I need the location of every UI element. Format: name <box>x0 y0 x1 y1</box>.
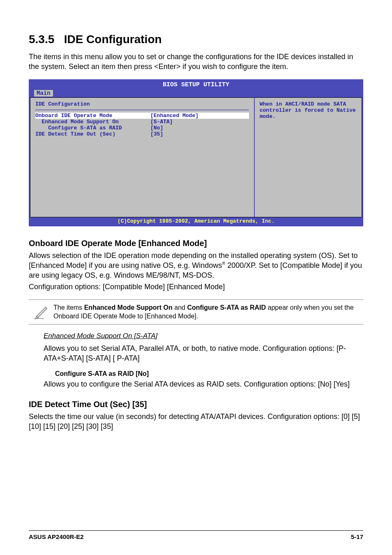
page-footer: ASUS AP2400R-E2 5-17 <box>29 530 363 540</box>
section-title: 5.3.5 IDE Configuration <box>29 33 363 46</box>
bios-help-panel: When in AHCI/RAID mode SATA controller i… <box>255 98 362 217</box>
note-box: The items Enhanced Mode Support On and C… <box>29 299 363 325</box>
bios-config-panel: IDE Configuration Onboard IDE Operate Mo… <box>30 98 255 217</box>
footer-product: ASUS AP2400R-E2 <box>29 533 84 540</box>
configure-body: Allows you to configure the Serial ATA d… <box>44 379 363 389</box>
onboard-options: Configuration options: [Compatible Mode]… <box>29 282 363 292</box>
bios-option-label: Configure S-ATA as RAID <box>35 125 150 131</box>
note-b2: Configure S-ATA as RAID <box>187 304 266 311</box>
bios-option-label: Enhanced Mode Support On <box>35 119 150 125</box>
bios-title-bar: BIOS SETUP UTILITY <box>30 81 362 89</box>
bios-option-row: IDE Detect Time Out (Sec)[35] <box>35 131 249 137</box>
ide-detect-heading: IDE Detect Time Out (Sec) [35] <box>29 400 363 409</box>
bios-option-label: IDE Detect Time Out (Sec) <box>35 131 150 137</box>
section-intro: The items in this menu allow you to set … <box>29 52 363 72</box>
enhanced-body: Allows you to set Serial ATA, Parallel A… <box>44 343 363 364</box>
bios-screenshot: BIOS SETUP UTILITY Main IDE Configuratio… <box>29 79 363 226</box>
onboard-heading: Onboard IDE Operate Mode [Enhanced Mode] <box>29 239 363 248</box>
configure-heading: Configure S-ATA as RAID [No] <box>55 370 363 378</box>
ide-detect-body: Selects the time our value (in seconds) … <box>29 412 363 432</box>
bios-divider <box>35 110 249 110</box>
note-text: The items Enhanced Mode Support On and C… <box>53 303 363 321</box>
bios-option-row: Configure S-ATA as RAID[No] <box>35 125 249 131</box>
bios-option-row: Enhanced Mode Support On[S-ATA] <box>35 119 249 125</box>
bios-copyright: (C)Copyright 1985-2002, American Megatre… <box>30 217 362 225</box>
note-t2: and <box>173 304 187 311</box>
section-name: IDE Configuration <box>64 33 162 46</box>
section-number: 5.3.5 <box>29 33 54 46</box>
bios-option-value: [35] <box>150 131 163 137</box>
bios-option-value: [Enhanced Mode] <box>150 113 198 119</box>
bios-option-row: Onboard IDE Operate Mode[Enhanced Mode] <box>35 113 249 119</box>
onboard-body: Allows selection of the IDE operation mo… <box>29 251 363 281</box>
bios-option-value: [S-ATA] <box>150 119 173 125</box>
note-t1: The items <box>53 304 84 311</box>
enhanced-heading: Enhanced Mode Support On [S-ATA] <box>44 332 363 340</box>
bios-option-value: [No] <box>150 125 163 131</box>
bios-tab-main: Main <box>34 90 53 97</box>
bios-panel-heading: IDE Configuration <box>35 101 249 107</box>
footer-page: 5-17 <box>351 533 363 540</box>
note-icon <box>29 303 53 320</box>
note-b1: Enhanced Mode Support On <box>84 304 173 311</box>
bios-tab-row: Main <box>30 89 362 97</box>
bios-option-label: Onboard IDE Operate Mode <box>35 113 150 119</box>
